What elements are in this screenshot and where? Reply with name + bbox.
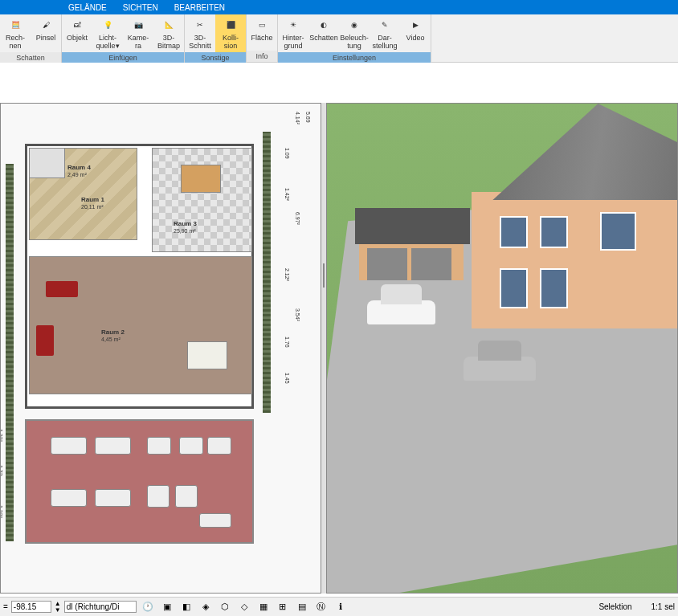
tool-icon-2[interactable]: ◧ [178,600,194,614]
window-3 [500,268,528,308]
ribbon-icon: ◐ [315,16,333,34]
car-silver[interactable] [464,341,536,381]
ribbon-label: Objekt [67,35,88,43]
viewport-3d[interactable] [326,103,678,594]
room4-label: Raum 42,49 m² [67,164,91,178]
window-2 [540,216,568,248]
tool-icon-8[interactable]: ▤ [294,600,310,614]
dining-table[interactable] [181,165,221,193]
ribbon-group-3: ▭FlächeInfo [247,14,278,62]
ribbon-btn-2-1[interactable]: ⬛Kolli-sion [215,14,246,52]
house-3d[interactable] [472,104,678,328]
car-plan-1[interactable] [51,437,87,455]
ribbon-btn-1-3[interactable]: 📐3D-Bitmap [153,14,184,52]
window-5 [600,212,636,251]
garage-3d[interactable] [359,208,464,280]
ribbon-label: Pinsel [36,35,56,43]
ribbon-icon: ▭ [253,16,271,34]
dim-l3: 1.23² [0,505,3,518]
car-white[interactable] [367,284,435,324]
info-icon[interactable]: ℹ [333,600,349,614]
ribbon-label: Video [406,35,425,43]
ribbon-label: 3D-Bitmap [157,35,180,51]
ribbon-group-0: 🧮Rech-nen🖌PinselSchatten [0,14,62,62]
tool-icon-3[interactable]: ◈ [198,600,214,614]
vegetation-left [6,164,14,541]
ribbon-group-label: Schatten [0,52,61,63]
car-plan-4[interactable] [95,489,131,507]
ribbon-btn-4-0[interactable]: ☀Hinter-grund [278,14,308,52]
ribbon-btn-4-2[interactable]: ◉Beleuch-tung [339,14,370,52]
ribbon-btn-0-1[interactable]: 🖌Pinsel [31,14,61,52]
tool-icon-4[interactable]: ⬡ [217,600,233,614]
ribbon-group-2: ✂3D-Schnitt⬛Kolli-sionSonstige [185,14,247,62]
table-2[interactable] [187,341,227,369]
ribbon-label: Dar-stellung [372,35,397,51]
car-roof [381,284,422,304]
status-selektion: Selektion [598,602,631,611]
ribbon-group-1: 🛋Objekt💡Licht-quelle▾📷Kame-ra📐3D-BitmapE… [62,14,185,62]
ribbon-btn-3-0[interactable]: ▭Fläche [247,14,277,51]
vegetation-right [263,132,271,413]
tab-bearbeiten[interactable]: BEARBEITEN [174,3,225,12]
ribbon-label: Rech-nen [6,35,25,51]
room-3[interactable] [152,148,252,252]
garage-plan[interactable] [25,419,254,544]
ribbon-label: Kolli-sion [223,35,239,51]
furniture-4[interactable] [147,485,170,508]
stepper-icon[interactable]: ▲▼ [55,601,61,612]
garage-door-1 [367,248,407,280]
dim-top2: 5.69 [305,112,311,123]
ribbon-icon: ✎ [376,16,394,34]
north-icon[interactable]: Ⓝ [313,600,329,614]
tool-icon-7[interactable]: ⊞ [275,600,291,614]
ribbon-group-label: Info [247,51,277,62]
furniture-2[interactable] [179,437,203,455]
direction-input[interactable] [64,601,137,613]
coord-input[interactable] [11,601,51,613]
ribbon-btn-4-1[interactable]: ◐Schatten [308,14,339,52]
dim-s7: 1.45 [284,373,290,384]
furniture-1[interactable] [147,437,171,455]
ribbon-tabs: GELÄNDE SICHTEN BEARBEITEN [0,0,678,14]
ribbon-btn-4-4[interactable]: ▶Video [400,14,431,52]
ribbon-icon: ⬛ [222,16,239,34]
car-plan-2[interactable] [95,437,131,455]
ribbon-btn-1-0[interactable]: 🛋Objekt [62,14,92,52]
ribbon-icon: ✂ [191,16,209,34]
history-icon[interactable]: 🕐 [140,600,156,614]
dim-s3: 6.97² [295,212,300,225]
ribbon-btn-4-3[interactable]: ✎Dar-stellung [370,14,400,52]
viewport-2d[interactable]: Raum 42,49 m² Raum 120,11 m² Raum 325,90… [0,103,321,594]
status-bar: = ▲▼ 🕐 ▣ ◧ ◈ ⬡ ◇ ▦ ⊞ ▤ Ⓝ ℹ Selektion 1:1… [0,597,678,616]
house-roof [459,104,678,200]
ribbon-group-label: Sonstige [185,52,246,63]
dim-s6: 1.76 [284,337,290,348]
ribbon-label: Hinter-grund [282,35,304,51]
room-4[interactable] [29,148,65,178]
room-2[interactable] [29,256,252,394]
sofa-1[interactable] [46,281,78,297]
furniture-6[interactable] [199,513,231,528]
furniture-5[interactable] [175,485,198,508]
ribbon-group-4: ☀Hinter-grund◐Schatten◉Beleuch-tung✎Dar-… [278,14,431,62]
ribbon-icon: 💡 [99,16,116,34]
ribbon-btn-2-0[interactable]: ✂3D-Schnitt [185,14,215,52]
room3-label: Raum 325,90 m² [174,220,197,235]
ribbon-btn-1-2[interactable]: 📷Kame-ra [123,14,153,52]
ribbon-label: Licht-quelle▾ [96,35,119,51]
sofa-2[interactable] [36,325,54,356]
tab-sichten[interactable]: SICHTEN [123,3,158,12]
furniture-3[interactable] [207,437,231,455]
tool-icon-6[interactable]: ▦ [255,600,272,614]
ribbon-icon: 🖌 [37,16,55,34]
tab-gelaende[interactable]: GELÄNDE [68,3,107,12]
status-equals: = [3,602,8,611]
tool-icon-1[interactable]: ▣ [159,600,175,614]
ribbon-label: Beleuch-tung [340,35,369,51]
tool-icon-5[interactable]: ◇ [236,600,252,614]
ribbon-btn-1-1[interactable]: 💡Licht-quelle▾ [92,14,123,52]
ribbon-btn-0-0[interactable]: 🧮Rech-nen [0,14,31,52]
ribbon-icon: 🧮 [6,16,24,34]
car-plan-3[interactable] [51,489,87,507]
